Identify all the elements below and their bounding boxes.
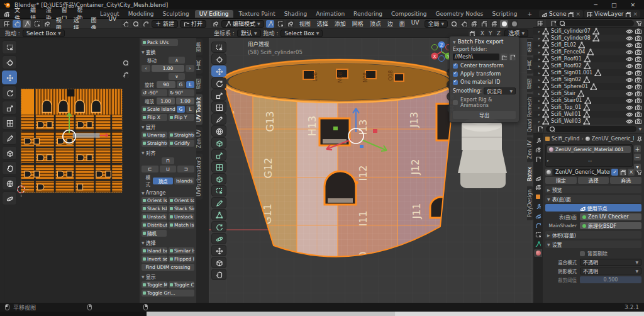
toolkit-button[interactable]: Island bord...: [142, 247, 167, 254]
rotate-global-toggle[interactable]: G: [177, 81, 185, 88]
tab-physics[interactable]: [534, 221, 542, 229]
unlink-icon[interactable]: ×: [575, 11, 580, 17]
material-slot-selected[interactable]: ZenUV_Generic_Material.001: [547, 146, 631, 153]
workspace-tab[interactable]: Rendering: [349, 10, 387, 18]
rotate-angle-field[interactable]: 90: [157, 81, 175, 88]
disable-in-render-icon[interactable]: [635, 28, 641, 35]
object-name[interactable]: Scifi_Stair01: [551, 98, 582, 103]
outliner-row[interactable]: ▸ Scifi_Sign02: [533, 76, 644, 83]
uv-select-vertex[interactable]: [23, 20, 31, 28]
disclosure-arrow[interactable]: ▸: [538, 119, 540, 123]
volume-section[interactable]: ▶体积(容量): [545, 231, 641, 239]
maximize-button[interactable]: □: [611, 2, 617, 8]
scene-selector[interactable]: Scene ×: [539, 10, 583, 18]
flip-x-button[interactable]: Flip X: [142, 114, 167, 121]
menu-item[interactable]: 选择: [314, 20, 331, 28]
tab-modifiers[interactable]: [534, 202, 542, 210]
panel-tab[interactable]: 视图: [196, 76, 203, 92]
disclosure-arrow[interactable]: ▸: [538, 105, 540, 110]
xray-toggle[interactable]: [480, 20, 488, 28]
object-name[interactable]: Scifi_Top_01: [551, 104, 581, 110]
disable-in-render-icon[interactable]: [635, 97, 641, 104]
panel-tab[interactable]: Zen UV: [527, 137, 533, 162]
outliner-row[interactable]: ▸ Scifi_Top_01: [533, 104, 644, 111]
disclosure-arrow[interactable]: ▸: [538, 77, 540, 82]
move-value-field[interactable]: 1.00: [152, 65, 184, 72]
hide-in-viewport-icon[interactable]: [626, 35, 633, 42]
transform-tool[interactable]: [2, 116, 17, 130]
rotate-local-toggle[interactable]: L: [186, 81, 194, 88]
export-rig-option[interactable]: Export Rig & Animations: [453, 97, 516, 108]
move-right-button[interactable]: ›: [186, 65, 194, 72]
panel-tab[interactable]: 条目: [527, 39, 533, 55]
disclosure-arrow[interactable]: ▸: [538, 71, 540, 75]
disable-in-render-icon[interactable]: [635, 62, 641, 69]
scale-tool[interactable]: [2, 101, 17, 115]
panel-tab[interactable]: 工具: [527, 57, 533, 74]
editor-type-dropdown[interactable]: [3, 20, 11, 28]
tab-constraints[interactable]: [534, 230, 542, 238]
measure-tool[interactable]: [211, 125, 226, 137]
pack-uvs-button[interactable]: Pack UVs: [142, 39, 178, 46]
align-center-button[interactable]: ⊔: [160, 166, 177, 172]
slot-specials-dropdown[interactable]: ▾: [634, 164, 641, 171]
mode-dropdown[interactable]: 编辑模式▼: [221, 20, 264, 28]
menu-item[interactable]: 网格: [349, 20, 367, 28]
hide-in-viewport-icon[interactable]: [626, 69, 633, 76]
transform-orientation-dropdown[interactable]: 默认▼: [237, 30, 261, 37]
proportional-edit-toggle[interactable]: [142, 20, 150, 28]
workspace-tab[interactable]: Compositing: [387, 10, 431, 18]
disable-in-render-icon[interactable]: [635, 35, 641, 42]
panel-tab[interactable]: 图像: [196, 39, 203, 55]
mode-vertex-toggle[interactable]: 顶点: [153, 178, 173, 184]
shading-wireframe[interactable]: [490, 20, 498, 28]
scale-tool[interactable]: [211, 89, 226, 101]
disclosure-arrow[interactable]: ▸: [538, 64, 540, 68]
object-name[interactable]: Scifi_Roof02: [551, 63, 582, 69]
blender-menu-icon[interactable]: [4, 11, 9, 17]
workspace-tab[interactable]: Sculpting: [158, 10, 194, 18]
toolkit-button[interactable]: Invert sele...: [142, 256, 167, 262]
random-button[interactable]: 随机: [142, 230, 167, 237]
uv-sync-toggle[interactable]: [13, 20, 21, 28]
copy-icon[interactable]: [625, 11, 631, 17]
flip-y-button[interactable]: Flip Y: [169, 114, 194, 121]
checkbox-checked[interactable]: [453, 64, 458, 69]
outliner-row[interactable]: ▸ Scifi_EL02: [533, 42, 644, 48]
fake-user-toggle[interactable]: ✓: [611, 169, 618, 176]
uv-zoom-button[interactable]: [121, 58, 130, 67]
copy-icon[interactable]: [568, 11, 574, 17]
inset-faces-tool[interactable]: [211, 161, 226, 172]
object-name[interactable]: Scifi_Sphere01: [551, 84, 588, 89]
hide-in-viewport-icon[interactable]: [626, 118, 633, 125]
outliner-search-input[interactable]: [556, 20, 634, 26]
snap-magnet-toggle[interactable]: [450, 20, 458, 28]
uv-islands[interactable]: [21, 89, 123, 192]
export-option[interactable]: Center transform: [453, 63, 516, 69]
outliner-row[interactable]: ▸ Scifi_Sphere01: [533, 83, 644, 90]
menu-item[interactable]: 添加: [331, 20, 349, 28]
annotate-tool[interactable]: [211, 113, 226, 125]
toolkit-button[interactable]: Unstack O...: [169, 213, 194, 220]
extrude-tool[interactable]: [211, 149, 226, 161]
disable-in-render-icon[interactable]: [635, 83, 641, 90]
disable-in-render-icon[interactable]: [635, 118, 641, 125]
move-down-button[interactable]: ∨: [169, 73, 185, 80]
align-left-button[interactable]: ⊏: [142, 166, 158, 172]
smooth-tool[interactable]: [211, 233, 226, 244]
scale-islands-button[interactable]: Scale Islands: [142, 106, 175, 113]
background-object[interactable]: [458, 117, 507, 189]
menu-item[interactable]: 边: [384, 20, 396, 28]
disable-in-render-icon[interactable]: [635, 76, 641, 83]
disable-in-render-icon[interactable]: [635, 48, 641, 55]
disable-in-render-icon[interactable]: [635, 69, 641, 76]
disable-in-render-icon[interactable]: [635, 90, 641, 97]
image-open-button[interactable]: 打开: [180, 20, 206, 28]
tab-scene[interactable]: [534, 174, 542, 181]
menu-item[interactable]: 视图: [296, 20, 314, 28]
funnel-filter-icon[interactable]: [636, 20, 641, 26]
workspace-tab[interactable]: Texture Paint: [235, 10, 280, 18]
disclosure-arrow[interactable]: ▸: [538, 36, 540, 40]
tab-object-data[interactable]: [534, 240, 542, 247]
copy-material-button[interactable]: [619, 169, 626, 176]
